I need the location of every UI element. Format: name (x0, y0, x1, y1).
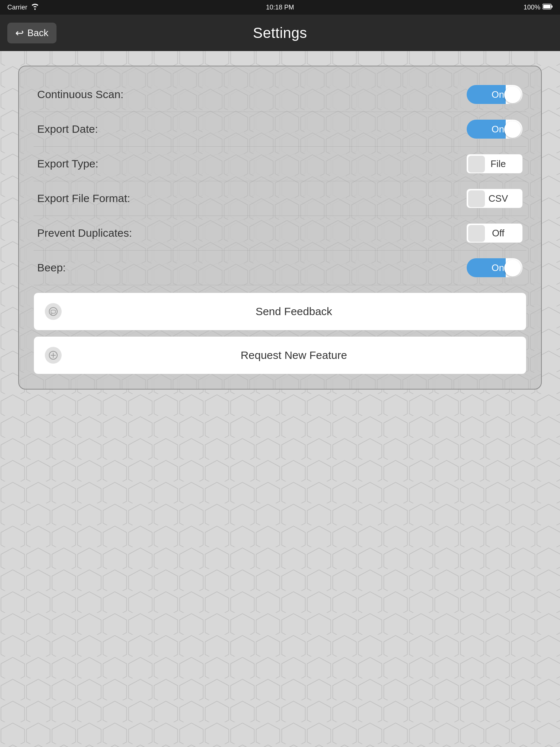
back-label: Back (27, 27, 48, 39)
continuous-scan-label: Continuous Scan: (37, 88, 124, 101)
export-file-format-select[interactable]: CSV (466, 189, 523, 208)
carrier-label: Carrier (7, 4, 27, 11)
wifi-icon (31, 3, 39, 12)
prevent-duplicates-select[interactable]: Off (466, 223, 523, 243)
action-buttons: Send Feedback Request New Feature (34, 293, 526, 374)
export-type-knob (468, 156, 485, 173)
export-date-label: Export Date: (37, 123, 98, 135)
setting-row-export-type: Export Type: File (34, 147, 526, 181)
setting-row-beep: Beep: On (34, 251, 526, 285)
page-title: Settings (253, 25, 307, 41)
add-icon (45, 347, 62, 364)
status-bar-left: Carrier (7, 3, 39, 12)
export-date-knob (504, 121, 521, 138)
back-button[interactable]: ↩ Back (7, 23, 57, 43)
status-bar-right: 100% (524, 4, 553, 11)
beep-toggle[interactable]: On (466, 258, 523, 278)
svg-rect-1 (543, 5, 551, 8)
beep-label: Beep: (37, 262, 66, 274)
battery-icon (542, 4, 553, 11)
continuous-scan-toggle[interactable]: On (466, 85, 523, 104)
battery-percent: 100% (524, 4, 540, 11)
export-date-toggle[interactable]: On (466, 119, 523, 139)
main-content: Continuous Scan: On Export Date: On Expo… (0, 51, 560, 404)
setting-row-prevent-duplicates: Prevent Duplicates: Off (34, 216, 526, 251)
feedback-icon (45, 303, 62, 320)
svg-point-3 (49, 307, 57, 316)
status-bar-time: 10:18 PM (266, 4, 294, 11)
request-feature-button[interactable]: Request New Feature (34, 336, 526, 374)
settings-card: Continuous Scan: On Export Date: On Expo… (18, 66, 542, 390)
prevent-duplicates-knob (468, 225, 485, 242)
send-feedback-button[interactable]: Send Feedback (34, 293, 526, 330)
svg-rect-2 (552, 5, 553, 8)
continuous-scan-knob (504, 86, 521, 103)
prevent-duplicates-label: Prevent Duplicates: (37, 227, 132, 239)
setting-row-export-file-format: Export File Format: CSV (34, 181, 526, 216)
beep-knob (504, 260, 521, 276)
request-feature-label: Request New Feature (73, 349, 515, 361)
export-type-label: Export Type: (37, 158, 98, 170)
nav-bar: ↩ Back Settings (0, 15, 560, 51)
setting-row-continuous-scan: Continuous Scan: On (34, 77, 526, 112)
setting-row-export-date: Export Date: On (34, 112, 526, 147)
export-type-select[interactable]: File (466, 154, 523, 174)
export-file-format-knob (468, 190, 485, 207)
back-arrow-icon: ↩ (15, 27, 24, 39)
export-file-format-label: Export File Format: (37, 192, 130, 205)
send-feedback-label: Send Feedback (73, 305, 515, 318)
status-bar: Carrier 10:18 PM 100% (0, 0, 560, 15)
